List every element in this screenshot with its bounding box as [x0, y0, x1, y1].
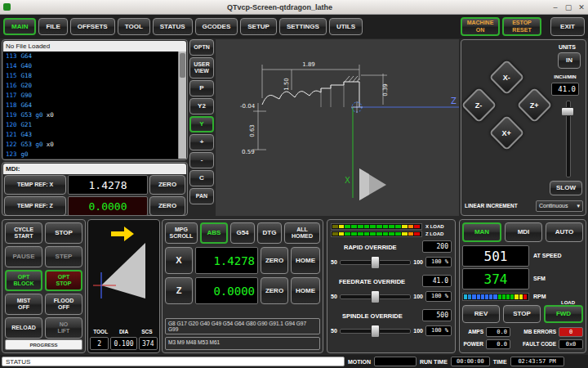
abs-button[interactable]: ABS: [200, 222, 228, 244]
units-in-button[interactable]: IN: [558, 52, 581, 69]
gcode-line-number: 113: [6, 52, 17, 60]
jog-rate-slider[interactable]: [561, 101, 574, 177]
gcode-line-code: G18: [21, 72, 33, 79]
mpg-scroll-button[interactable]: MPGSCROLL: [165, 222, 198, 244]
tab-tool[interactable]: TOOL: [118, 18, 150, 35]
jog-z-minus-button[interactable]: Z-: [461, 88, 497, 123]
tab-main[interactable]: MAIN: [3, 18, 36, 35]
clear-view-button[interactable]: C: [189, 170, 214, 186]
opt-block-button[interactable]: OPTBLOCK: [5, 270, 42, 291]
axis-z-button[interactable]: Z: [165, 277, 193, 304]
z-axis-label: Z: [451, 96, 457, 105]
temp-ref-z-value: 0.0000: [68, 196, 148, 216]
home-x-button[interactable]: HOME: [291, 247, 320, 274]
gcode-line-code: G64: [21, 101, 33, 109]
gcode-line-number: 119: [6, 111, 17, 119]
jog-x-plus-button[interactable]: X+: [489, 115, 525, 151]
gcode-line-code: G64: [21, 52, 33, 60]
gcode-line: 121G43: [3, 130, 186, 140]
mist-button[interactable]: MISTOFF: [5, 294, 42, 315]
view-p-button[interactable]: P: [189, 80, 214, 96]
tool-scs-value: 374: [139, 337, 158, 350]
run-panel: CYCLESTART STOP PAUSE STEP OPTBLOCK OPTS…: [2, 219, 86, 353]
machine-on-button[interactable]: MACHINE ON: [461, 17, 500, 36]
mode-man-button[interactable]: MAN: [462, 222, 501, 242]
reload-button[interactable]: RELOAD: [5, 317, 42, 339]
zero-z-dro-button[interactable]: ZERO: [261, 277, 288, 304]
no-lift-button[interactable]: NOLIFT: [45, 317, 82, 339]
minimize-icon[interactable]: –: [549, 3, 562, 11]
maximize-icon[interactable]: ▢: [562, 3, 575, 11]
mode-mdi-button[interactable]: MDI: [505, 222, 542, 242]
slider-max-label: 100: [413, 328, 423, 334]
label-line: STOP: [56, 280, 72, 287]
dtg-button[interactable]: DTG: [257, 222, 282, 244]
exit-button[interactable]: EXIT: [550, 17, 585, 36]
spindle-fwd-button[interactable]: FWD: [544, 305, 583, 323]
slider-handle[interactable]: [371, 325, 380, 338]
slider-handle[interactable]: [561, 107, 574, 116]
jog-z-plus-label: Z+: [530, 101, 539, 109]
g54-button[interactable]: G54: [230, 222, 255, 244]
window-titlebar[interactable]: QTvcp-Screen-qtdragon_lathe – ▢ ✕: [0, 0, 588, 15]
gcode-scrollbar[interactable]: [178, 52, 186, 159]
axis-x-button[interactable]: X: [165, 247, 193, 274]
slow-button[interactable]: SLOW: [550, 181, 582, 195]
pan-button[interactable]: PAN: [189, 188, 214, 204]
spindle-override-slider[interactable]: [340, 325, 412, 336]
pause-button[interactable]: PAUSE: [5, 246, 42, 267]
dim-bottom-left: 0.59: [242, 149, 255, 155]
mb-errors-label: MB ERRORS: [513, 329, 556, 334]
gcode-text-view[interactable]: 113G64 114G40 115G18 116G20 117G90 118G6…: [3, 52, 186, 159]
slider-handle[interactable]: [371, 256, 380, 269]
tab-setup[interactable]: SETUP: [240, 18, 277, 35]
jog-z-plus-button[interactable]: Z+: [517, 88, 553, 123]
view-options-button[interactable]: OPTN: [189, 39, 214, 56]
dro-z-value: 0.0000: [195, 277, 258, 304]
rapid-override-slider[interactable]: [340, 256, 412, 267]
tab-utils[interactable]: UTILS: [329, 18, 363, 35]
zoom-out-button[interactable]: -: [189, 152, 214, 168]
zero-x-dro-button[interactable]: ZERO: [261, 247, 288, 274]
tab-settings[interactable]: SETTINGS: [279, 18, 327, 35]
temp-ref-x-button[interactable]: TEMP REF: X: [4, 175, 66, 195]
flood-button[interactable]: FLOODOFF: [45, 294, 82, 315]
view-y-button[interactable]: Y: [189, 116, 214, 132]
linear-increment-combo[interactable]: Continuous ▾: [536, 200, 583, 212]
zero-z-button[interactable]: ZERO: [149, 196, 185, 216]
feedrate-override-slider[interactable]: [340, 290, 412, 302]
fault-code-label: FAULT CODE: [513, 341, 556, 347]
tab-status[interactable]: STATUS: [153, 18, 193, 35]
estop-reset-button[interactable]: ESTOP RESET: [502, 17, 541, 36]
view-y2-button[interactable]: Y2: [189, 98, 214, 114]
spindle-rev-button[interactable]: REV: [462, 305, 500, 323]
tab-file[interactable]: FILE: [38, 18, 67, 35]
dim-lower-vert: 0.63: [249, 124, 256, 137]
temp-ref-z-button[interactable]: TEMP REF: Z: [4, 196, 66, 216]
label-line: OPT: [18, 274, 29, 280]
jog-x-minus-label: X-: [503, 74, 510, 82]
tab-offsets[interactable]: OFFSETS: [70, 18, 115, 35]
spindle-stop-button[interactable]: STOP: [503, 305, 541, 323]
jog-rate-value: 41.0: [551, 83, 579, 96]
stop-button[interactable]: STOP: [45, 222, 82, 244]
label-line: ESTOP: [512, 20, 532, 26]
user-view-button[interactable]: USER VIEW: [189, 57, 214, 79]
jog-z-minus-label: Z-: [475, 101, 483, 110]
cycle-start-button[interactable]: CYCLESTART: [5, 222, 42, 244]
zero-x-button[interactable]: ZERO: [149, 175, 185, 195]
close-icon[interactable]: ✕: [575, 3, 588, 11]
active-mcodes-display: M3 M9 M48 M53 M61: [165, 337, 320, 350]
all-homed-button[interactable]: ALLHOMED: [284, 222, 320, 244]
home-z-button[interactable]: HOME: [291, 277, 320, 304]
step-button[interactable]: STEP: [45, 246, 82, 267]
slider-handle[interactable]: [371, 290, 380, 303]
scrollbar-thumb[interactable]: [180, 53, 185, 78]
tab-gcodes[interactable]: GCODES: [195, 18, 238, 35]
gcode-graphics-preview[interactable]: 1.89 1.50 0.39 -0.04 0.63 0.59 X Z: [216, 39, 459, 216]
jog-x-minus-button[interactable]: X-: [489, 60, 525, 96]
opt-stop-button[interactable]: OPTSTOP: [45, 270, 82, 291]
mode-auto-button[interactable]: AUTO: [546, 222, 583, 242]
gcode-line-number: 122: [6, 141, 17, 148]
zoom-in-button[interactable]: +: [189, 134, 214, 150]
